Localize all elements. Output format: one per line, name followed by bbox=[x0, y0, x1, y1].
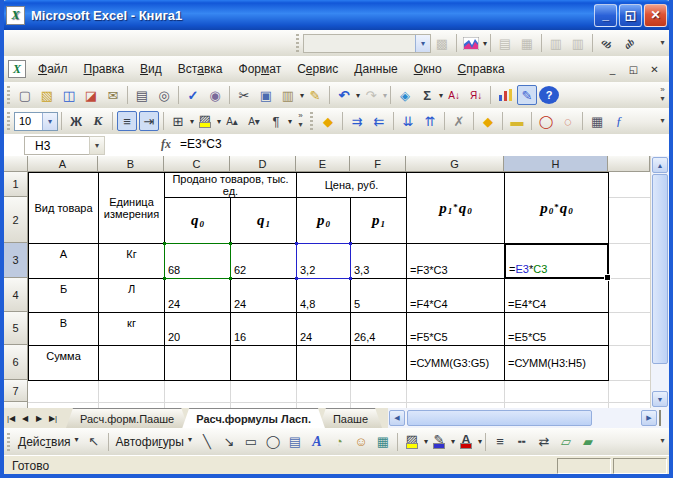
shadow-style-button[interactable]: ▱ bbox=[556, 432, 576, 452]
copy-button[interactable]: ▣ bbox=[256, 85, 276, 105]
chevron-down-icon[interactable]: ▾ bbox=[439, 91, 443, 100]
range-handle[interactable] bbox=[229, 242, 232, 245]
angle-text-downward-button[interactable]: ab bbox=[597, 33, 617, 53]
evaluate-formula-button[interactable]: ƒ bbox=[609, 111, 629, 131]
format-chart-area-button[interactable]: ▩ bbox=[432, 33, 452, 53]
font-size-combo[interactable]: 10 ▾ bbox=[14, 112, 58, 131]
legend-button[interactable]: ▤ bbox=[495, 33, 515, 53]
rectangle-button[interactable]: ▭ bbox=[241, 432, 261, 452]
cell-E2[interactable]: p0 bbox=[297, 198, 351, 244]
row-header-4[interactable]: 4 bbox=[4, 278, 28, 312]
cell-C1[interactable]: Продано товаров, тыс. ед. bbox=[165, 173, 297, 198]
menu-view[interactable]: Вид bbox=[132, 58, 170, 80]
threed-style-button[interactable]: ▰ bbox=[578, 432, 598, 452]
dash-style-button[interactable]: ╍ bbox=[512, 432, 532, 452]
formula-input[interactable]: =E3*C3 bbox=[180, 137, 222, 151]
cell-B1[interactable]: Единица измерения bbox=[99, 173, 165, 244]
range-handle[interactable] bbox=[349, 242, 352, 245]
remove-all-arrows-button[interactable]: ✗ bbox=[449, 111, 469, 131]
row-header-2[interactable]: 2 bbox=[4, 197, 28, 243]
cell-H4[interactable]: =E4*C4 bbox=[505, 279, 609, 313]
restore-button[interactable]: ◱ bbox=[619, 4, 642, 27]
spelling-button[interactable]: ✓ bbox=[183, 85, 203, 105]
chevron-down-icon[interactable]: ▾ bbox=[288, 117, 292, 126]
remove-precedent-arrows-button[interactable]: ⇇ bbox=[369, 111, 389, 131]
by-column-button[interactable]: ▥ bbox=[568, 33, 588, 53]
cell-A6[interactable]: Сумма bbox=[29, 346, 99, 381]
reference-range-C3[interactable] bbox=[164, 243, 231, 279]
cell-G1[interactable]: p1*q0 bbox=[407, 173, 505, 244]
menu-help[interactable]: Справка bbox=[450, 58, 513, 80]
sheet-tab-laspeyres-formulas[interactable]: Расч.формулы Ласп. bbox=[182, 408, 325, 428]
col-header-F[interactable]: F bbox=[350, 156, 406, 172]
toolbar-options-button[interactable]: » ▾ bbox=[294, 110, 307, 132]
previous-sheet-button[interactable]: ◀ bbox=[18, 408, 32, 428]
sheet-tab-pааshe-form[interactable]: Расч.форм.Пааше bbox=[66, 408, 188, 428]
row-header-3[interactable]: 3 bbox=[4, 243, 28, 278]
range-handle[interactable] bbox=[349, 277, 352, 280]
cell-D2[interactable]: q1 bbox=[231, 198, 297, 244]
col-header-B[interactable]: B bbox=[98, 156, 164, 172]
arrow-style-button[interactable]: ⇄ bbox=[534, 432, 554, 452]
help-button[interactable]: ? bbox=[539, 86, 559, 104]
cell-F6[interactable] bbox=[351, 346, 407, 381]
drawing-button[interactable]: ✎ bbox=[517, 85, 537, 105]
insert-picture-button[interactable]: ▦ bbox=[373, 432, 393, 452]
col-header-C[interactable]: C bbox=[164, 156, 230, 172]
range-handle[interactable] bbox=[295, 277, 298, 280]
horizontal-scrollbar[interactable]: ◀ ▶ bbox=[388, 408, 669, 428]
toolbar-options-button[interactable]: ▾ bbox=[656, 110, 669, 132]
watch-window-button[interactable]: ▦ bbox=[587, 111, 607, 131]
reference-range-E3[interactable] bbox=[296, 243, 351, 279]
range-handle[interactable] bbox=[295, 242, 298, 245]
trace-error-button[interactable]: ◆ bbox=[478, 111, 498, 131]
cell-C6[interactable] bbox=[165, 346, 231, 381]
col-header-D[interactable]: D bbox=[230, 156, 296, 172]
circle-invalid-data-button[interactable]: ◯ bbox=[536, 111, 556, 131]
cell-F3[interactable]: 3,3 bbox=[351, 244, 407, 279]
chevron-down-icon[interactable]: ▾ bbox=[424, 437, 428, 446]
active-cell-H3[interactable]: =E3*C3 bbox=[504, 243, 609, 279]
data-table-button[interactable]: ▦ bbox=[517, 33, 537, 53]
name-box-dropdown[interactable]: ▾ bbox=[89, 136, 105, 155]
open-button[interactable]: ▧ bbox=[37, 85, 57, 105]
row-header-7[interactable]: 7 bbox=[4, 380, 28, 402]
diagram-button[interactable]: ◔ bbox=[329, 432, 349, 452]
line-style-button[interactable]: ≡ bbox=[490, 432, 510, 452]
cell-E4[interactable]: 4,8 bbox=[297, 279, 351, 313]
menu-file[interactable]: Файл bbox=[30, 58, 76, 80]
line-button[interactable]: ╲ bbox=[197, 432, 217, 452]
cell-F5[interactable]: 26,4 bbox=[351, 313, 407, 346]
cell-C5[interactable]: 20 bbox=[165, 313, 231, 346]
cell-D3[interactable]: 62 bbox=[231, 244, 297, 279]
new-button[interactable]: ▢ bbox=[15, 85, 35, 105]
clip-art-button[interactable]: ☺ bbox=[351, 432, 371, 452]
cut-button[interactable]: ✂ bbox=[234, 85, 254, 105]
print-button[interactable]: ▤ bbox=[132, 85, 152, 105]
minimize-button[interactable]: _ bbox=[594, 4, 617, 27]
chevron-down-icon[interactable]: ▾ bbox=[451, 437, 455, 446]
last-sheet-button[interactable]: ▶| bbox=[46, 408, 60, 428]
clear-validation-circles-button[interactable]: ◌ bbox=[558, 111, 578, 131]
autoshapes-menu-button[interactable]: Автофигуры▾ bbox=[112, 433, 196, 451]
close-button[interactable]: ✕ bbox=[644, 4, 667, 27]
cell-A1[interactable]: Вид товара bbox=[29, 173, 99, 244]
new-comment-button[interactable]: ▬ bbox=[507, 111, 527, 131]
menu-data[interactable]: Данные bbox=[346, 58, 405, 80]
cell-G3[interactable]: =F3*C3 bbox=[407, 244, 505, 279]
cell-E5[interactable]: 24 bbox=[297, 313, 351, 346]
cell-D4[interactable]: 24 bbox=[231, 279, 297, 313]
redo-button[interactable]: ↷ bbox=[361, 85, 381, 105]
merge-center-button[interactable]: ⇥ bbox=[139, 111, 159, 131]
cell-F4[interactable]: 5 bbox=[351, 279, 407, 313]
tab-split-handle[interactable] bbox=[659, 410, 667, 426]
chevron-down-icon[interactable]: ▾ bbox=[300, 91, 304, 100]
sort-ascending-button[interactable]: А↓ bbox=[444, 85, 464, 105]
row-header-6[interactable]: 6 bbox=[4, 345, 28, 380]
paste-button[interactable]: ▥ bbox=[278, 85, 298, 105]
draw-menu-button[interactable]: Действия▾ bbox=[14, 433, 83, 451]
center-align-button[interactable]: ≡ bbox=[117, 111, 137, 131]
print-preview-button[interactable]: ◎ bbox=[154, 85, 174, 105]
fill-color-button[interactable]: ▨ bbox=[195, 111, 215, 131]
cell-A3[interactable]: А bbox=[29, 244, 99, 279]
